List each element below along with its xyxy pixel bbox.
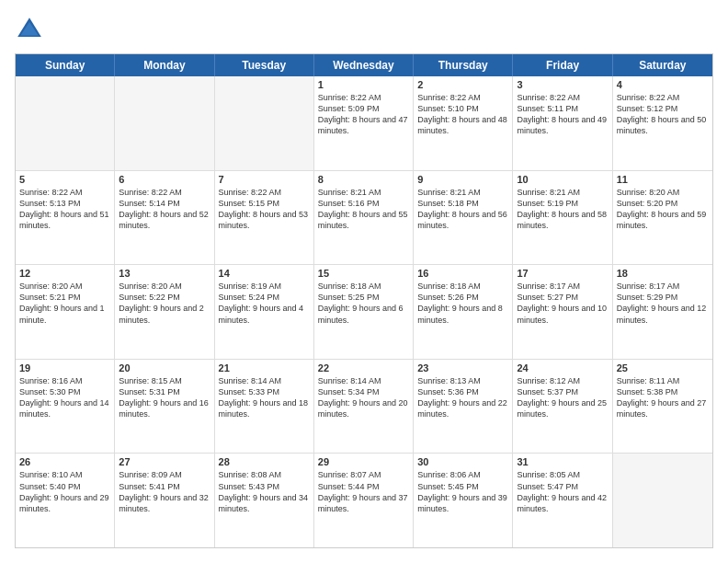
- day-cell-7: 7Sunrise: 8:22 AM Sunset: 5:15 PM Daylig…: [215, 171, 314, 265]
- day-info: Sunrise: 8:18 AM Sunset: 5:25 PM Dayligh…: [318, 281, 409, 326]
- header-day-saturday: Saturday: [613, 54, 712, 76]
- day-number: 15: [318, 268, 409, 279]
- day-info: Sunrise: 8:21 AM Sunset: 5:16 PM Dayligh…: [318, 187, 409, 232]
- day-info: Sunrise: 8:22 AM Sunset: 5:12 PM Dayligh…: [617, 92, 709, 137]
- day-cell-29: 29Sunrise: 8:07 AM Sunset: 5:44 PM Dayli…: [314, 454, 414, 547]
- day-number: 2: [417, 79, 508, 90]
- day-cell-22: 22Sunrise: 8:14 AM Sunset: 5:34 PM Dayli…: [314, 360, 414, 454]
- day-info: Sunrise: 8:13 AM Sunset: 5:36 PM Dayligh…: [417, 375, 508, 420]
- day-info: Sunrise: 8:14 AM Sunset: 5:34 PM Dayligh…: [318, 375, 409, 420]
- day-number: 10: [517, 174, 608, 185]
- day-cell-6: 6Sunrise: 8:22 AM Sunset: 5:14 PM Daylig…: [115, 171, 214, 265]
- day-number: 26: [19, 456, 110, 467]
- day-cell-23: 23Sunrise: 8:13 AM Sunset: 5:36 PM Dayli…: [414, 360, 513, 454]
- day-info: Sunrise: 8:22 AM Sunset: 5:13 PM Dayligh…: [19, 187, 110, 232]
- day-cell-20: 20Sunrise: 8:15 AM Sunset: 5:31 PM Dayli…: [115, 360, 214, 454]
- day-cell-11: 11Sunrise: 8:20 AM Sunset: 5:20 PM Dayli…: [613, 171, 712, 265]
- day-info: Sunrise: 8:15 AM Sunset: 5:31 PM Dayligh…: [119, 375, 210, 420]
- calendar: SundayMondayTuesdayWednesdayThursdayFrid…: [15, 53, 713, 548]
- day-number: 9: [417, 174, 508, 185]
- day-number: 13: [119, 268, 210, 279]
- day-number: 31: [517, 456, 608, 467]
- day-info: Sunrise: 8:18 AM Sunset: 5:26 PM Dayligh…: [417, 281, 508, 326]
- day-number: 16: [417, 268, 508, 279]
- header-day-thursday: Thursday: [414, 54, 513, 76]
- day-cell-12: 12Sunrise: 8:20 AM Sunset: 5:21 PM Dayli…: [16, 265, 115, 359]
- header-day-wednesday: Wednesday: [314, 54, 414, 76]
- day-cell-14: 14Sunrise: 8:19 AM Sunset: 5:24 PM Dayli…: [215, 265, 314, 359]
- header-day-friday: Friday: [513, 54, 612, 76]
- empty-cell: [215, 76, 314, 170]
- day-info: Sunrise: 8:20 AM Sunset: 5:21 PM Dayligh…: [19, 281, 110, 326]
- page: SundayMondayTuesdayWednesdayThursdayFrid…: [0, 0, 728, 563]
- calendar-body: 1Sunrise: 8:22 AM Sunset: 5:09 PM Daylig…: [16, 76, 712, 547]
- header-day-monday: Monday: [115, 54, 214, 76]
- day-number: 7: [219, 174, 310, 185]
- calendar-week-5: 26Sunrise: 8:10 AM Sunset: 5:40 PM Dayli…: [16, 454, 712, 547]
- empty-cell: [115, 76, 214, 170]
- day-info: Sunrise: 8:05 AM Sunset: 5:47 PM Dayligh…: [517, 469, 608, 514]
- header-day-tuesday: Tuesday: [215, 54, 314, 76]
- day-cell-13: 13Sunrise: 8:20 AM Sunset: 5:22 PM Dayli…: [115, 265, 214, 359]
- day-info: Sunrise: 8:14 AM Sunset: 5:33 PM Dayligh…: [219, 375, 310, 420]
- empty-cell: [613, 454, 712, 547]
- day-number: 20: [119, 362, 210, 373]
- day-number: 30: [417, 456, 508, 467]
- day-number: 11: [617, 174, 709, 185]
- empty-cell: [16, 76, 115, 170]
- day-number: 23: [417, 362, 508, 373]
- day-cell-28: 28Sunrise: 8:08 AM Sunset: 5:43 PM Dayli…: [215, 454, 314, 547]
- day-info: Sunrise: 8:22 AM Sunset: 5:09 PM Dayligh…: [318, 92, 409, 137]
- day-info: Sunrise: 8:22 AM Sunset: 5:15 PM Dayligh…: [219, 187, 310, 232]
- day-info: Sunrise: 8:17 AM Sunset: 5:27 PM Dayligh…: [517, 281, 608, 326]
- day-cell-31: 31Sunrise: 8:05 AM Sunset: 5:47 PM Dayli…: [513, 454, 612, 547]
- day-info: Sunrise: 8:07 AM Sunset: 5:44 PM Dayligh…: [318, 469, 409, 514]
- day-info: Sunrise: 8:21 AM Sunset: 5:18 PM Dayligh…: [417, 187, 508, 232]
- day-number: 27: [119, 456, 210, 467]
- day-number: 3: [517, 79, 608, 90]
- day-number: 6: [119, 174, 210, 185]
- day-info: Sunrise: 8:10 AM Sunset: 5:40 PM Dayligh…: [19, 469, 110, 514]
- day-cell-17: 17Sunrise: 8:17 AM Sunset: 5:27 PM Dayli…: [513, 265, 612, 359]
- day-info: Sunrise: 8:22 AM Sunset: 5:10 PM Dayligh…: [417, 92, 508, 137]
- day-cell-21: 21Sunrise: 8:14 AM Sunset: 5:33 PM Dayli…: [215, 360, 314, 454]
- day-cell-10: 10Sunrise: 8:21 AM Sunset: 5:19 PM Dayli…: [513, 171, 612, 265]
- day-cell-25: 25Sunrise: 8:11 AM Sunset: 5:38 PM Dayli…: [613, 360, 712, 454]
- calendar-week-2: 5Sunrise: 8:22 AM Sunset: 5:13 PM Daylig…: [16, 171, 712, 266]
- day-cell-16: 16Sunrise: 8:18 AM Sunset: 5:26 PM Dayli…: [414, 265, 513, 359]
- day-cell-19: 19Sunrise: 8:16 AM Sunset: 5:30 PM Dayli…: [16, 360, 115, 454]
- header: [15, 15, 713, 44]
- day-number: 8: [318, 174, 409, 185]
- logo: [15, 15, 46, 44]
- day-number: 4: [617, 79, 709, 90]
- day-cell-27: 27Sunrise: 8:09 AM Sunset: 5:41 PM Dayli…: [115, 454, 214, 547]
- day-info: Sunrise: 8:19 AM Sunset: 5:24 PM Dayligh…: [219, 281, 310, 326]
- day-number: 12: [19, 268, 110, 279]
- day-number: 22: [318, 362, 409, 373]
- day-info: Sunrise: 8:06 AM Sunset: 5:45 PM Dayligh…: [417, 469, 508, 514]
- day-number: 29: [318, 456, 409, 467]
- day-cell-26: 26Sunrise: 8:10 AM Sunset: 5:40 PM Dayli…: [16, 454, 115, 547]
- day-cell-1: 1Sunrise: 8:22 AM Sunset: 5:09 PM Daylig…: [314, 76, 414, 170]
- day-info: Sunrise: 8:20 AM Sunset: 5:22 PM Dayligh…: [119, 281, 210, 326]
- day-number: 24: [517, 362, 608, 373]
- day-cell-15: 15Sunrise: 8:18 AM Sunset: 5:25 PM Dayli…: [314, 265, 414, 359]
- day-info: Sunrise: 8:09 AM Sunset: 5:41 PM Dayligh…: [119, 469, 210, 514]
- day-number: 5: [19, 174, 110, 185]
- day-number: 1: [318, 79, 409, 90]
- day-cell-2: 2Sunrise: 8:22 AM Sunset: 5:10 PM Daylig…: [414, 76, 513, 170]
- day-info: Sunrise: 8:08 AM Sunset: 5:43 PM Dayligh…: [219, 469, 310, 514]
- calendar-week-3: 12Sunrise: 8:20 AM Sunset: 5:21 PM Dayli…: [16, 265, 712, 360]
- day-info: Sunrise: 8:22 AM Sunset: 5:11 PM Dayligh…: [517, 92, 608, 137]
- day-cell-3: 3Sunrise: 8:22 AM Sunset: 5:11 PM Daylig…: [513, 76, 612, 170]
- day-cell-9: 9Sunrise: 8:21 AM Sunset: 5:18 PM Daylig…: [414, 171, 513, 265]
- day-info: Sunrise: 8:21 AM Sunset: 5:19 PM Dayligh…: [517, 187, 608, 232]
- day-info: Sunrise: 8:20 AM Sunset: 5:20 PM Dayligh…: [617, 187, 709, 232]
- day-cell-24: 24Sunrise: 8:12 AM Sunset: 5:37 PM Dayli…: [513, 360, 612, 454]
- day-cell-5: 5Sunrise: 8:22 AM Sunset: 5:13 PM Daylig…: [16, 171, 115, 265]
- calendar-header-row: SundayMondayTuesdayWednesdayThursdayFrid…: [16, 54, 712, 76]
- day-info: Sunrise: 8:12 AM Sunset: 5:37 PM Dayligh…: [517, 375, 608, 420]
- header-day-sunday: Sunday: [16, 54, 115, 76]
- day-number: 18: [617, 268, 709, 279]
- calendar-week-4: 19Sunrise: 8:16 AM Sunset: 5:30 PM Dayli…: [16, 360, 712, 454]
